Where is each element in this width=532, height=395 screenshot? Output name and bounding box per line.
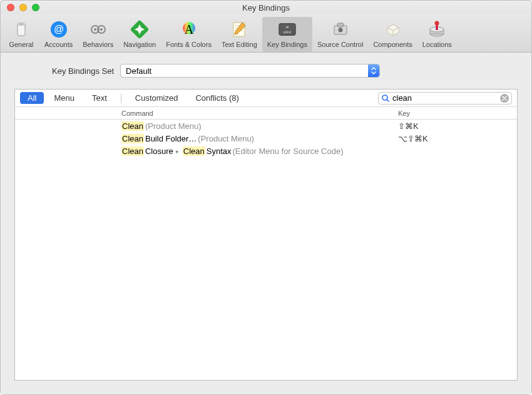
toolbar-label-fonts-colors: Fonts & Colors: [166, 41, 212, 48]
content-area: Key Bindings Set Default All Menu Text C…: [1, 53, 531, 394]
keybindings-set-value: Default: [126, 66, 151, 76]
accounts-icon: @: [49, 19, 69, 39]
clear-search-button[interactable]: [500, 94, 509, 103]
search-input[interactable]: [392, 93, 498, 103]
toolbar-label-components: Components: [373, 41, 412, 48]
search-scope-icon[interactable]: [381, 94, 390, 103]
svg-text:option: option: [284, 31, 292, 34]
search-field[interactable]: [378, 92, 512, 105]
search-highlight: Clean: [183, 146, 205, 156]
svg-line-30: [387, 100, 389, 101]
svg-text:A: A: [184, 23, 193, 36]
toolbar-item-fonts-colors[interactable]: AFonts & Colors: [161, 17, 217, 52]
command-text: Syntax: [207, 146, 232, 156]
toolbar-item-key-bindings[interactable]: altoptionKey Bindings: [262, 17, 312, 52]
toolbar-item-behaviors[interactable]: Behaviors: [78, 17, 118, 52]
source-control-icon: [330, 19, 350, 39]
scope-tab-all[interactable]: All: [20, 92, 44, 104]
toolbar-item-navigation[interactable]: Navigation: [118, 17, 161, 52]
svg-text:alt: alt: [285, 26, 289, 29]
search-highlight: Clean: [121, 146, 144, 156]
table-header: Command Key: [15, 107, 517, 120]
toolbar-item-components[interactable]: Components: [368, 17, 417, 52]
svg-point-28: [435, 21, 439, 26]
scope-tab-customized[interactable]: Customized: [128, 92, 186, 104]
keybindings-set-popup[interactable]: Default: [120, 64, 380, 78]
svg-point-6: [94, 28, 96, 31]
context-label: (Editor Menu for Source Code): [232, 146, 343, 156]
locations-icon: [427, 19, 447, 39]
toolbar-item-locations[interactable]: Locations: [417, 17, 457, 52]
toolbar-label-accounts: Accounts: [44, 41, 73, 48]
command-cell: Clean Build Folder… (Product Menu): [15, 134, 386, 143]
svg-text:@: @: [54, 24, 64, 34]
toolbar-label-text-editing: Text Editing: [222, 41, 257, 48]
prefs-toolbar: General@AccountsBehaviorsNavigationAFont…: [1, 14, 531, 53]
svg-rect-23: [340, 28, 341, 29]
preferences-window: Key Bindings General@AccountsBehaviorsNa…: [0, 0, 532, 395]
toolbar-label-navigation: Navigation: [123, 41, 156, 48]
navigation-icon: [130, 19, 150, 39]
scope-divider: [121, 93, 121, 103]
key-shortcut-cell[interactable]: ⇧⌘K: [386, 121, 517, 131]
context-label: (Product Menu): [198, 134, 254, 143]
titlebar: Key Bindings: [1, 1, 531, 14]
svg-rect-21: [337, 23, 344, 27]
scope-tab-conflicts[interactable]: Conflicts (8): [188, 92, 246, 104]
key-bindings-icon: altoption: [277, 19, 297, 39]
keybindings-set-label: Key Bindings Set: [52, 66, 114, 76]
toolbar-label-general: General: [9, 41, 33, 48]
chevron-right-icon: ▸: [176, 148, 179, 155]
minimize-window-button[interactable]: [19, 4, 27, 11]
bindings-panel: All Menu Text Customized Conflicts (8): [14, 89, 518, 381]
zoom-window-button[interactable]: [32, 4, 39, 11]
scope-bar: All Menu Text Customized Conflicts (8): [15, 90, 517, 107]
table-row[interactable]: Clean Closure ▸ Clean Syntax (Editor Men…: [15, 145, 517, 157]
column-header-key[interactable]: Key: [386, 110, 517, 117]
fonts-colors-icon: A: [179, 19, 199, 39]
key-shortcut-cell[interactable]: ⌥⇧⌘K: [386, 134, 517, 143]
column-header-command[interactable]: Command: [15, 110, 386, 117]
toolbar-item-source-control[interactable]: Source Control: [312, 17, 368, 52]
keybindings-set-row: Key Bindings Set Default: [14, 64, 518, 78]
toolbar-label-behaviors: Behaviors: [83, 41, 113, 48]
table-row[interactable]: Clean (Product Menu)⇧⌘K: [15, 120, 517, 132]
search-highlight: Clean: [121, 134, 144, 143]
toolbar-item-accounts[interactable]: @Accounts: [39, 17, 78, 52]
toolbar-label-locations: Locations: [422, 41, 452, 48]
command-text: Build Folder…: [145, 134, 197, 143]
text-editing-icon: [229, 19, 249, 39]
svg-point-2: [21, 24, 22, 25]
behaviors-icon: [88, 19, 108, 39]
toolbar-item-text-editing[interactable]: Text Editing: [217, 17, 262, 52]
toolbar-label-key-bindings: Key Bindings: [267, 41, 307, 48]
command-cell: Clean (Product Menu): [15, 121, 386, 131]
close-window-button[interactable]: [7, 4, 14, 11]
command-cell: Clean Closure ▸ Clean Syntax (Editor Men…: [15, 146, 386, 156]
components-icon: [383, 19, 403, 39]
window-title: Key Bindings: [242, 3, 290, 13]
bindings-table: Command Key Clean (Product Menu)⇧⌘KClean…: [15, 107, 517, 380]
context-label: (Product Menu): [145, 121, 202, 131]
scope-tab-menu[interactable]: Menu: [46, 92, 82, 104]
table-row[interactable]: Clean Build Folder… (Product Menu)⌥⇧⌘K: [15, 132, 517, 145]
search-highlight: Clean: [121, 121, 144, 131]
scope-tab-text[interactable]: Text: [84, 92, 115, 104]
general-icon: [11, 19, 31, 39]
toolbar-label-source-control: Source Control: [317, 41, 363, 48]
traffic-lights: [7, 4, 39, 11]
svg-point-8: [100, 28, 103, 31]
command-text: Closure: [145, 146, 173, 156]
toolbar-item-general[interactable]: General: [3, 17, 39, 52]
popup-arrows-icon: [368, 64, 379, 77]
